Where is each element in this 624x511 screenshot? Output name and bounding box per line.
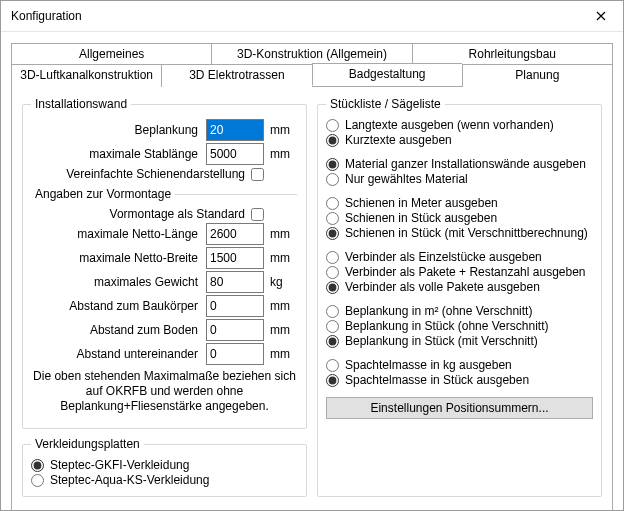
unit-mm: mm: [264, 123, 298, 137]
field-vormontage-std: Vormontage als Standard: [31, 207, 298, 221]
radio-g5-0[interactable]: Beplankung in m² (ohne Verschnitt): [326, 304, 593, 318]
radio-group-g5: Beplankung in m² (ohne Verschnitt)Beplan…: [326, 304, 593, 348]
radio-g6-1-label: Spachtelmasse in Stück ausgeben: [345, 373, 529, 387]
dialog-body: Allgemeines 3D-Konstruktion (Allgemein) …: [1, 32, 623, 511]
radio-g4-1-label: Verbinder als Pakete + Restanzahl ausgeb…: [345, 265, 586, 279]
radio-g6-0[interactable]: Spachtelmasse in kg ausgeben: [326, 358, 593, 372]
field-abst-boden: Abstand zum Boden mm: [31, 319, 298, 341]
dialog-window: Konfiguration Allgemeines 3D-Konstruktio…: [0, 0, 624, 511]
radio-g1-0[interactable]: Langtexte ausgeben (wenn vorhanden): [326, 118, 593, 132]
tab-planung[interactable]: Planung: [462, 64, 613, 87]
close-button[interactable]: [579, 1, 623, 31]
radio-g4-2-input[interactable]: [326, 281, 339, 294]
radio-verk-2[interactable]: Steptec-Aqua-KS-Verkleidung: [31, 473, 298, 487]
window-title: Konfiguration: [11, 9, 579, 23]
radio-g3-0[interactable]: Schienen in Meter ausgeben: [326, 196, 593, 210]
unit-mm: mm: [264, 347, 298, 361]
abst-boden-label: Abstand zum Boden: [31, 323, 206, 337]
tab-rohrleitungsbau[interactable]: Rohrleitungsbau: [412, 43, 613, 64]
radio-g3-2-input[interactable]: [326, 227, 339, 240]
radio-g5-0-input[interactable]: [326, 305, 339, 318]
radio-g2-1-input[interactable]: [326, 173, 339, 186]
radio-g1-1[interactable]: Kurztexte ausgeben: [326, 133, 593, 147]
radio-g2-0[interactable]: Material ganzer Installationswände ausge…: [326, 157, 593, 171]
radio-g2-0-input[interactable]: [326, 158, 339, 171]
radio-g4-1-input[interactable]: [326, 266, 339, 279]
radio-g4-0[interactable]: Verbinder als Einzelstücke ausgeben: [326, 250, 593, 264]
radio-g4-0-input[interactable]: [326, 251, 339, 264]
group-stueckliste-title: Stückliste / Sägeliste: [326, 97, 445, 111]
vormontage-checkbox[interactable]: [251, 208, 264, 221]
radio-g4-2[interactable]: Verbinder als volle Pakete ausgeben: [326, 280, 593, 294]
radio-g5-2[interactable]: Beplankung in Stück (mit Verschnitt): [326, 334, 593, 348]
radio-g4-0-label: Verbinder als Einzelstücke ausgeben: [345, 250, 542, 264]
radio-g5-1-input[interactable]: [326, 320, 339, 333]
abst-unt-input[interactable]: [206, 343, 264, 365]
radio-group-g2: Material ganzer Installationswände ausge…: [326, 157, 593, 186]
unit-mm: mm: [264, 323, 298, 337]
titlebar: Konfiguration: [1, 1, 623, 32]
tab-panel: Installationswand Beplankung mm maximale…: [11, 86, 613, 511]
radio-g6-1-input[interactable]: [326, 374, 339, 387]
radio-verk-1-label: Steptec-GKFI-Verkleidung: [50, 458, 189, 472]
radio-g3-0-label: Schienen in Meter ausgeben: [345, 196, 498, 210]
unit-mm: mm: [264, 251, 298, 265]
unit-mm: mm: [264, 299, 298, 313]
tab-allgemeines[interactable]: Allgemeines: [11, 43, 211, 64]
radio-groups: Langtexte ausgeben (wenn vorhanden)Kurzt…: [326, 118, 593, 387]
netto-b-input[interactable]: [206, 247, 264, 269]
group-installationswand: Installationswand Beplankung mm maximale…: [22, 97, 307, 429]
radio-g2-0-label: Material ganzer Installationswände ausge…: [345, 157, 586, 171]
schienen-label: Vereinfachte Schienendarstellung: [66, 167, 251, 181]
tabs-row-1: Allgemeines 3D-Konstruktion (Allgemein) …: [11, 42, 613, 63]
radio-verk-2-input[interactable]: [31, 474, 44, 487]
field-schienendarstellung: Vereinfachte Schienendarstellung: [31, 167, 298, 181]
left-column: Installationswand Beplankung mm maximale…: [22, 97, 307, 505]
radio-g6-0-input[interactable]: [326, 359, 339, 372]
radio-g5-0-label: Beplankung in m² (ohne Verschnitt): [345, 304, 532, 318]
radio-g1-1-input[interactable]: [326, 134, 339, 147]
radio-group-g1: Langtexte ausgeben (wenn vorhanden)Kurzt…: [326, 118, 593, 147]
gewicht-input[interactable]: [206, 271, 264, 293]
radio-g2-1[interactable]: Nur gewähltes Material: [326, 172, 593, 186]
right-column: Stückliste / Sägeliste Langtexte ausgebe…: [317, 97, 602, 505]
schienen-checkbox[interactable]: [251, 168, 264, 181]
radio-g5-1-label: Beplankung in Stück (ohne Verschnitt): [345, 319, 548, 333]
netto-l-input[interactable]: [206, 223, 264, 245]
field-netto-laenge: maximale Netto-Länge mm: [31, 223, 298, 245]
gewicht-label: maximales Gewicht: [31, 275, 206, 289]
radio-g3-0-input[interactable]: [326, 197, 339, 210]
radio-g4-2-label: Verbinder als volle Pakete ausgeben: [345, 280, 540, 294]
radio-verk-1-input[interactable]: [31, 459, 44, 472]
vormontage-note: Die oben stehenden Maximalmaße beziehen …: [31, 369, 298, 414]
radio-g3-2[interactable]: Schienen in Stück (mit Verschnittberechn…: [326, 226, 593, 240]
abst-bau-input[interactable]: [206, 295, 264, 317]
radio-g6-1[interactable]: Spachtelmasse in Stück ausgeben: [326, 373, 593, 387]
tab-3d-elektro[interactable]: 3D Elektrotrassen: [161, 64, 311, 87]
radio-g3-2-label: Schienen in Stück (mit Verschnittberechn…: [345, 226, 588, 240]
abst-boden-input[interactable]: [206, 319, 264, 341]
group-installationswand-title: Installationswand: [31, 97, 131, 111]
radio-g4-1[interactable]: Verbinder als Pakete + Restanzahl ausgeb…: [326, 265, 593, 279]
radio-g3-1[interactable]: Schienen in Stück ausgeben: [326, 211, 593, 225]
btn-positionsnummern[interactable]: Einstellungen Positionsummern...: [326, 397, 593, 419]
close-icon: [596, 11, 606, 21]
radio-verk-1[interactable]: Steptec-GKFI-Verkleidung: [31, 458, 298, 472]
beplankung-input[interactable]: [206, 119, 264, 141]
field-abst-bau: Abstand zum Baukörper mm: [31, 295, 298, 317]
beplankung-label: Beplankung: [31, 123, 206, 137]
radio-g1-0-input[interactable]: [326, 119, 339, 132]
radio-g5-1[interactable]: Beplankung in Stück (ohne Verschnitt): [326, 319, 593, 333]
radio-g1-0-label: Langtexte ausgeben (wenn vorhanden): [345, 118, 554, 132]
radio-verk-2-label: Steptec-Aqua-KS-Verkleidung: [50, 473, 209, 487]
unit-mm: mm: [264, 147, 298, 161]
tab-badgestaltung[interactable]: Badgestaltung: [312, 63, 462, 86]
radio-g1-1-label: Kurztexte ausgeben: [345, 133, 452, 147]
radio-g5-2-input[interactable]: [326, 335, 339, 348]
stablaenge-input[interactable]: [206, 143, 264, 165]
radio-group-g4: Verbinder als Einzelstücke ausgebenVerbi…: [326, 250, 593, 294]
tab-3d-luftkanal[interactable]: 3D-Luftkanalkonstruktion: [11, 64, 161, 87]
radio-g3-1-input[interactable]: [326, 212, 339, 225]
unit-kg: kg: [264, 275, 298, 289]
tab-3d-konstruktion[interactable]: 3D-Konstruktion (Allgemein): [211, 43, 411, 64]
